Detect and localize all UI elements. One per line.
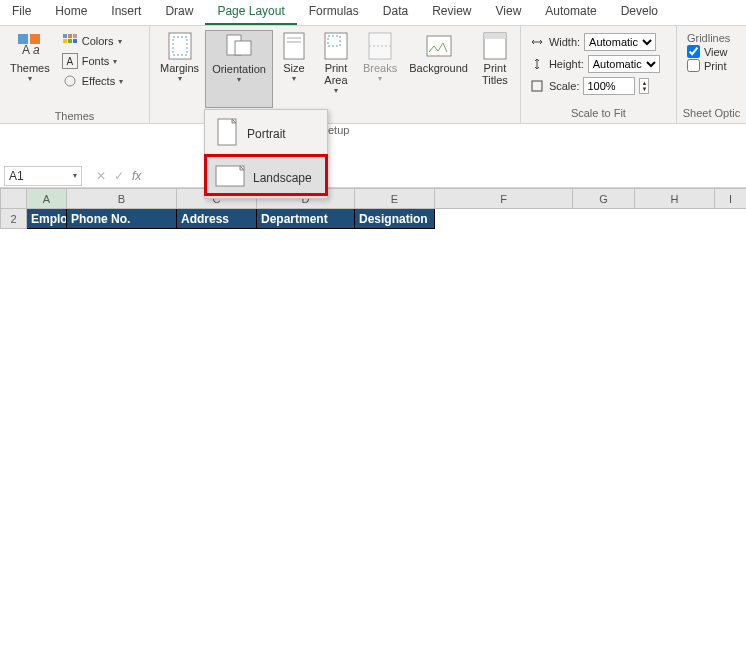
column-header[interactable]: H — [635, 189, 715, 209]
themes-icon: Aa — [16, 32, 44, 60]
themes-button[interactable]: Aa Themes ▾ — [4, 30, 56, 108]
chevron-down-icon: ▾ — [334, 86, 338, 95]
breaks-icon — [366, 32, 394, 60]
gridlines-view-checkbox[interactable]: View — [687, 45, 730, 58]
svg-rect-21 — [484, 33, 506, 39]
orientation-button[interactable]: Orientation ▾ — [205, 30, 273, 108]
chevron-down-icon: ▾ — [113, 57, 117, 66]
colors-button[interactable]: Colors ▾ — [60, 32, 125, 50]
column-header[interactable]: F — [435, 189, 573, 209]
spinner-icon[interactable]: ▲▼ — [639, 78, 649, 94]
tab-automate[interactable]: Automate — [533, 0, 608, 25]
size-button[interactable]: Size ▾ — [273, 30, 315, 108]
colors-label: Colors — [82, 35, 114, 47]
portrait-icon — [215, 118, 239, 149]
select-all-corner[interactable] — [1, 189, 27, 209]
breaks-button[interactable]: Breaks ▾ — [357, 30, 403, 108]
table-header-cell[interactable]: Phone No. — [67, 209, 177, 229]
chevron-down-icon: ▾ — [73, 171, 77, 180]
spreadsheet[interactable]: ABCDEFGHI 2Employee NamePhone No.Address… — [0, 188, 746, 229]
table-header-cell[interactable]: Address — [177, 209, 257, 229]
table-header-cell[interactable]: Department — [257, 209, 355, 229]
tab-data[interactable]: Data — [371, 0, 420, 25]
height-select[interactable]: Automatic — [588, 55, 660, 73]
tab-home[interactable]: Home — [43, 0, 99, 25]
colors-icon — [62, 33, 78, 49]
column-header[interactable]: B — [67, 189, 177, 209]
group-sheet-options: Gridlines View Print Sheet Optic — [677, 26, 746, 123]
fonts-label: Fonts — [82, 55, 110, 67]
ribbon: Aa Themes ▾ Colors ▾ A Fonts ▾ — [0, 26, 746, 124]
margins-label: Margins — [160, 62, 199, 74]
landscape-label: Landscape — [253, 171, 312, 185]
formula-bar[interactable]: ✕ ✓ fx — [86, 169, 141, 183]
group-themes: Aa Themes ▾ Colors ▾ A Fonts ▾ — [0, 26, 150, 123]
orientation-label: Orientation — [212, 63, 266, 75]
gridlines-label: Gridlines — [687, 32, 730, 44]
size-icon — [280, 32, 308, 60]
height-icon — [529, 56, 545, 72]
chevron-down-icon: ▾ — [292, 74, 296, 83]
svg-rect-11 — [169, 33, 191, 59]
gridlines-print-checkbox[interactable]: Print — [687, 59, 730, 72]
chevron-down-icon: ▾ — [28, 74, 32, 83]
column-header[interactable]: G — [573, 189, 635, 209]
svg-point-10 — [65, 76, 75, 86]
tab-insert[interactable]: Insert — [99, 0, 153, 25]
print-titles-icon — [481, 32, 509, 60]
margins-button[interactable]: Margins ▾ — [154, 30, 205, 108]
orientation-landscape[interactable]: Landscape — [205, 157, 327, 198]
svg-rect-22 — [532, 81, 542, 91]
ribbon-tabs: File Home Insert Draw Page Layout Formul… — [0, 0, 746, 26]
group-themes-label: Themes — [4, 108, 145, 124]
chevron-down-icon: ▾ — [119, 77, 123, 86]
print-area-button[interactable]: Print Area ▾ — [315, 30, 357, 108]
name-box[interactable]: A1▾ — [4, 166, 82, 186]
cancel-icon[interactable]: ✕ — [96, 169, 106, 183]
column-header[interactable]: I — [715, 189, 747, 209]
size-label: Size — [283, 62, 304, 74]
effects-button[interactable]: Effects ▾ — [60, 72, 125, 90]
tab-formulas[interactable]: Formulas — [297, 0, 371, 25]
svg-rect-15 — [284, 33, 304, 59]
tab-page-layout[interactable]: Page Layout — [205, 0, 296, 25]
column-headers[interactable]: ABCDEFGHI — [1, 189, 747, 209]
tab-draw[interactable]: Draw — [153, 0, 205, 25]
confirm-icon[interactable]: ✓ — [114, 169, 124, 183]
svg-text:a: a — [33, 43, 40, 57]
scale-input[interactable] — [583, 77, 635, 95]
background-button[interactable]: Background — [403, 30, 474, 108]
column-header[interactable]: A — [27, 189, 67, 209]
background-label: Background — [409, 62, 468, 74]
fonts-button[interactable]: A Fonts ▾ — [60, 52, 125, 70]
column-header[interactable]: E — [355, 189, 435, 209]
tab-view[interactable]: View — [484, 0, 534, 25]
svg-text:A: A — [22, 43, 30, 57]
tab-review[interactable]: Review — [420, 0, 483, 25]
svg-rect-19 — [427, 36, 451, 56]
group-scale-to-fit: Width: Automatic Height: Automatic Scale… — [521, 26, 677, 123]
fx-icon[interactable]: fx — [132, 169, 141, 183]
page-setup-label-fragment: etup — [328, 124, 349, 136]
landscape-icon — [215, 165, 245, 190]
group-scale-label: Scale to Fit — [525, 105, 672, 123]
themes-label: Themes — [10, 62, 50, 74]
tab-developer[interactable]: Develo — [609, 0, 670, 25]
table-header-cell[interactable]: Designation — [355, 209, 435, 229]
width-select[interactable]: Automatic — [584, 33, 656, 51]
svg-rect-14 — [235, 41, 251, 55]
formula-bar-area: A1▾ ✕ ✓ fx — [0, 164, 746, 188]
print-titles-button[interactable]: Print Titles — [474, 30, 516, 108]
scale-label: Scale: — [549, 80, 580, 92]
tab-file[interactable]: File — [0, 0, 43, 25]
row-header[interactable]: 2 — [1, 209, 27, 229]
orientation-portrait[interactable]: Portrait — [205, 110, 327, 157]
width-icon — [529, 34, 545, 50]
table-header-cell[interactable]: Employee Name — [27, 209, 67, 229]
print-titles-label: Print Titles — [482, 62, 508, 86]
portrait-label: Portrait — [247, 127, 286, 141]
breaks-label: Breaks — [363, 62, 397, 74]
print-area-label: Print Area — [324, 62, 347, 86]
chevron-down-icon: ▾ — [178, 74, 182, 83]
chevron-down-icon: ▾ — [378, 74, 382, 83]
